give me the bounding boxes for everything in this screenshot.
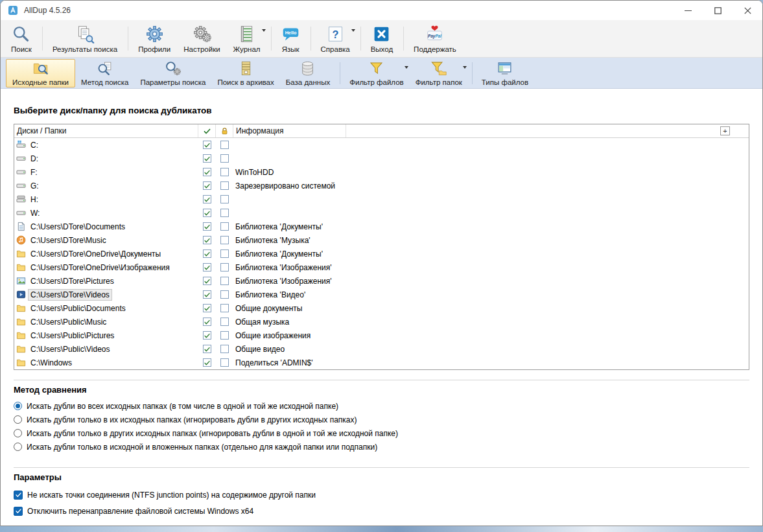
search-toolbar-button[interactable]: Типы файлов (476, 59, 534, 87)
path-label[interactable]: F: (29, 167, 40, 178)
include-checkbox[interactable] (203, 358, 211, 367)
path-label[interactable]: C:\Users\Public\Music (29, 317, 108, 327)
path-label[interactable]: G: (29, 181, 41, 191)
include-checkbox[interactable] (203, 318, 211, 326)
protect-checkbox[interactable] (220, 181, 229, 190)
search-toolbar-button[interactable]: Исходные папки (6, 59, 75, 87)
compare-method-option[interactable]: Искать дубли во всех исходных папках (в … (14, 399, 749, 413)
table-row[interactable]: C:\Users\Public\Music Общая музыка (14, 315, 749, 329)
table-row[interactable]: C:\Users\DTore\OneDrive\Изображения Библ… (14, 260, 749, 274)
compare-method-option[interactable]: Искать дубли только в их исходных папках… (14, 413, 749, 426)
path-label[interactable]: C:\Users\DTore\Music (29, 235, 108, 246)
search-toolbar-button[interactable]: Фильтр файлов (344, 59, 409, 87)
protect-checkbox[interactable] (220, 277, 229, 285)
minimize-button[interactable] (673, 1, 703, 20)
protect-checkbox[interactable] (220, 290, 229, 299)
toolbar-button[interactable]: Профили (132, 22, 177, 55)
path-label[interactable]: C:\Users\DTore\Pictures (29, 276, 116, 286)
table-row[interactable]: C:\Users\DTore\OneDrive\Документы Библио… (14, 247, 749, 260)
protect-checkbox[interactable] (220, 222, 229, 231)
path-label[interactable]: C:\Users\Public\Pictures (29, 330, 116, 341)
include-checkbox[interactable] (203, 222, 211, 231)
parameter-option[interactable]: Отключить перенаправление файловой систе… (14, 503, 749, 519)
table-row[interactable]: C:\Users\DTore\Videos Библиотека 'Видео' (14, 288, 749, 301)
include-checkbox[interactable] (203, 263, 211, 272)
radio-button[interactable] (14, 402, 22, 410)
radio-button[interactable] (14, 415, 22, 424)
radio-button[interactable] (14, 429, 22, 437)
toolbar-button[interactable]: Язык (275, 22, 307, 55)
path-label[interactable]: C:\Users\DTore\OneDrive\Документы (29, 249, 163, 259)
search-toolbar-button[interactable]: Поиск в архивах (211, 59, 279, 87)
search-toolbar-button[interactable]: Параметры поиска (134, 59, 211, 87)
include-checkbox[interactable] (203, 141, 211, 149)
include-checkbox[interactable] (203, 236, 211, 244)
dropdown-arrow-icon[interactable] (262, 29, 266, 32)
protect-checkbox[interactable] (220, 249, 229, 258)
parameter-option[interactable]: Не искать точки соединения (NTFS junctio… (14, 487, 749, 503)
toolbar-button[interactable]: Результаты поиска (46, 22, 124, 55)
path-label[interactable]: H: (29, 194, 40, 205)
include-checkbox[interactable] (203, 249, 211, 258)
include-checkbox[interactable] (203, 277, 211, 285)
dropdown-arrow-icon[interactable] (463, 66, 467, 69)
toolbar-button[interactable]: Справка (314, 22, 357, 55)
include-checkbox[interactable] (203, 195, 211, 203)
toolbar-button[interactable]: Журнал (227, 22, 267, 55)
include-checkbox[interactable] (203, 331, 211, 340)
search-toolbar-button[interactable]: Метод поиска (75, 59, 134, 87)
search-toolbar-button[interactable]: База данных (280, 59, 336, 87)
dropdown-arrow-icon[interactable] (405, 66, 408, 69)
table-row[interactable]: H: (14, 192, 749, 206)
include-checkbox[interactable] (203, 345, 211, 353)
path-label[interactable]: C:\Windows (29, 358, 74, 368)
toolbar-button[interactable]: Поддержать (407, 22, 463, 55)
protect-checkbox[interactable] (220, 168, 229, 176)
table-row[interactable]: G: Зарезервировано системой (14, 179, 749, 192)
radio-button[interactable] (14, 443, 22, 451)
toolbar-button[interactable]: Выход (364, 22, 399, 55)
include-checkbox[interactable] (203, 181, 211, 190)
path-label[interactable]: C:\Users\Public\Documents (29, 303, 128, 314)
table-row[interactable]: F: WinToHDD (14, 165, 749, 179)
table-row[interactable]: C:\Users\DTore\Pictures Библиотека 'Изоб… (14, 274, 749, 288)
table-row[interactable]: C:\Users\Public\Documents Общие документ… (14, 301, 749, 315)
toolbar-button[interactable]: Настройки (177, 22, 226, 55)
path-label[interactable]: C:\Users\Public\Videos (29, 344, 112, 354)
compare-method-option[interactable]: Искать дубли только в исходной и вложенн… (14, 440, 749, 454)
parameter-checkbox[interactable] (14, 491, 23, 500)
search-toolbar-button[interactable]: Фильтр папок (410, 59, 468, 87)
path-label[interactable]: W: (29, 208, 41, 218)
table-row[interactable]: C:\Users\DTore\Music Библиотека 'Музыка' (14, 233, 749, 247)
include-checkbox[interactable] (203, 168, 211, 176)
include-checkbox[interactable] (203, 290, 211, 299)
include-checkbox[interactable] (203, 154, 211, 163)
compare-method-option[interactable]: Искать дубли только в других исходных па… (14, 426, 749, 440)
table-row[interactable]: C: (14, 138, 749, 152)
dropdown-arrow-icon[interactable] (351, 29, 355, 32)
protect-checkbox[interactable] (220, 263, 229, 272)
table-row[interactable]: C:\Users\Public\Videos Общие видео (14, 342, 749, 356)
protect-checkbox[interactable] (220, 358, 229, 367)
path-label[interactable]: D: (29, 154, 40, 164)
protect-checkbox[interactable] (220, 236, 229, 244)
column-header-include[interactable] (198, 124, 216, 137)
path-label[interactable]: C:\Users\DTore\OneDrive\Изображения (29, 262, 172, 273)
protect-checkbox[interactable] (220, 141, 229, 149)
table-row[interactable]: C:\Users\Public\Pictures Общие изображен… (14, 329, 749, 342)
table-row[interactable]: D: (14, 152, 749, 165)
protect-checkbox[interactable] (220, 209, 229, 217)
parameter-checkbox[interactable] (14, 507, 23, 516)
protect-checkbox[interactable] (220, 345, 229, 353)
table-row[interactable]: C:\Users\DTore\Documents Библиотека 'Док… (14, 220, 749, 233)
path-label[interactable]: C:\Users\DTore\Videos (29, 290, 112, 300)
maximize-button[interactable] (703, 1, 733, 20)
protect-checkbox[interactable] (220, 318, 229, 326)
include-checkbox[interactable] (203, 209, 211, 217)
protect-checkbox[interactable] (220, 154, 229, 163)
toolbar-button[interactable]: Поиск (5, 22, 38, 55)
column-header-info[interactable]: Информация (233, 124, 346, 137)
expand-button[interactable]: + (720, 126, 730, 135)
protect-checkbox[interactable] (220, 304, 229, 312)
close-button[interactable] (733, 1, 762, 20)
